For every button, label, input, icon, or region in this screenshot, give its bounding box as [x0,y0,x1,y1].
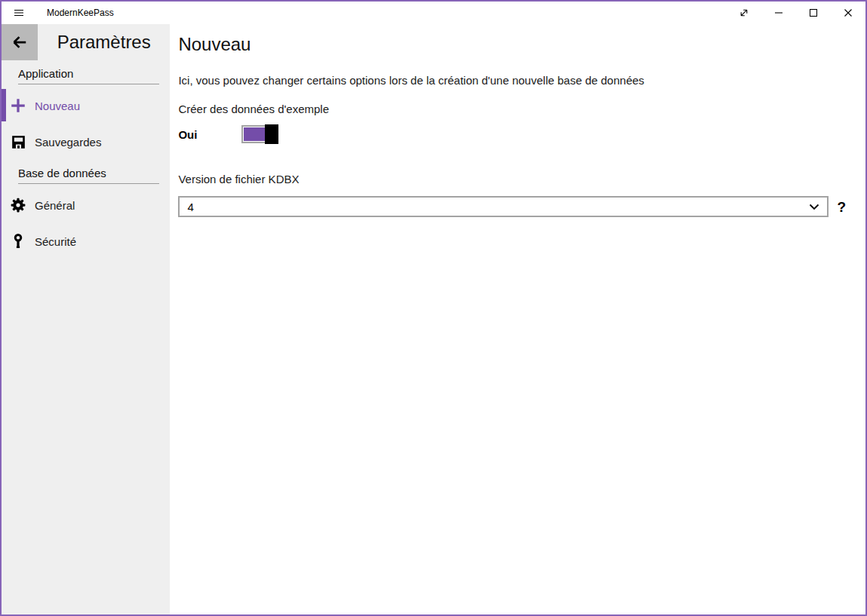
toggle-state-label: Oui [178,128,241,141]
back-arrow-icon [11,34,28,51]
sidebar-item-label: Sauvegardes [35,136,101,149]
section-label-application: Application [18,67,159,84]
back-button[interactable] [2,24,38,60]
diagonal-resize-icon [739,8,749,18]
kdbx-help-button[interactable]: ? [837,200,846,214]
close-icon [844,8,853,17]
sample-data-label: Créer des données d'exemple [178,103,846,115]
minimize-button[interactable] [761,2,796,24]
toggle-thumb[interactable] [265,124,278,144]
sidebar-item-label: Nouveau [35,100,80,112]
page-description: Ici, vous pouvez changer certains option… [178,74,846,87]
chevron-down-icon [809,204,819,210]
settings-sidebar: Paramètres Application Nouveau [2,24,170,614]
close-button[interactable] [831,2,865,24]
save-icon [2,135,35,149]
app-title: ModernKeePass [47,8,114,18]
sample-data-toggle[interactable] [241,125,278,143]
key-icon [2,234,35,249]
maximize-button[interactable] [796,2,831,24]
plus-icon [2,98,35,113]
maximize-icon [809,8,818,17]
settings-title: Paramètres [38,24,170,60]
sidebar-item-sauvegardes[interactable]: Sauvegardes [2,124,170,160]
sample-data-toggle-row: Oui [178,124,846,144]
sidebar-item-label: Sécurité [35,235,76,248]
kdbx-version-select[interactable]: 4 [178,196,829,217]
section-label-base-de-donnees: Base de données [18,167,159,184]
sidebar-item-securite[interactable]: Sécurité [2,223,170,259]
sidebar-item-general[interactable]: Général [2,187,170,223]
kdbx-version-label: Version de fichier KDBX [178,173,846,185]
sidebar-item-nouveau[interactable]: Nouveau [2,87,170,124]
app-window: ModernKeePass [0,0,867,616]
hamburger-icon [13,7,25,19]
fullscreen-button[interactable] [727,2,761,24]
title-bar: ModernKeePass [2,2,865,24]
gear-icon [2,198,35,213]
sidebar-item-label: Général [35,199,75,212]
kdbx-version-value: 4 [187,201,809,213]
settings-page-nouveau: Nouveau Ici, vous pouvez changer certain… [170,24,865,614]
page-title: Nouveau [178,33,846,56]
hamburger-menu-button[interactable] [2,2,36,24]
minimize-icon [774,8,783,17]
kdbx-version-row: 4 ? [178,196,846,217]
sidebar-header: Paramètres [2,24,170,60]
